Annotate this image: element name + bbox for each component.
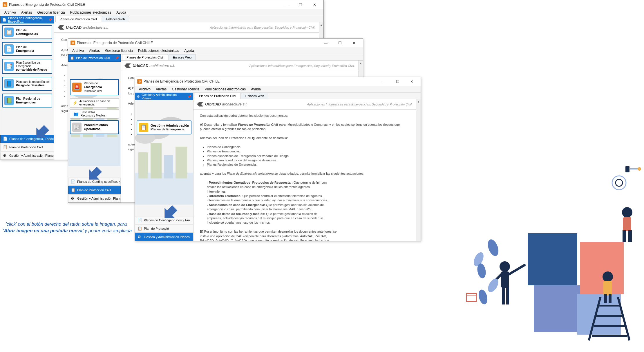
menu-pub[interactable]: Publicaciones electrónicas	[136, 48, 181, 53]
sidebar-header-label: Plan de Protección Civil	[76, 56, 110, 60]
menu-ayuda[interactable]: Ayuda	[249, 87, 263, 92]
tile-basedatos[interactable]: 👥Base datosRecursos y Medios	[70, 109, 119, 118]
svg-rect-36	[466, 293, 476, 302]
sidebar-item-contingencia[interactable]: 📄Planes de Contingenc icos y Em...	[135, 216, 193, 224]
tile-emergencia-pc[interactable]: 🚨 Planes deEmergenciaProtección Civil	[70, 79, 119, 95]
svg-point-12	[603, 271, 613, 282]
sidebar-header[interactable]: 📋 Plan de Protección Civil 📌	[68, 54, 121, 62]
titlebar[interactable]: ⚙ Planes de Emergencia de Protección Civ…	[0, 0, 323, 9]
item-icon: 📄	[3, 136, 8, 141]
sidebar-item-proteccion[interactable]: 📋Plan de Protecció	[135, 225, 193, 233]
menu-archivo[interactable]: Archivo	[137, 87, 153, 92]
item-icon: 📋	[138, 226, 142, 231]
item-icon: 📄	[138, 218, 142, 222]
titlebar[interactable]: ⚙ Planes de Emergencia de Protección Civ…	[135, 77, 421, 86]
max-button[interactable]: ☐	[391, 77, 404, 85]
svg-point-32	[616, 179, 623, 186]
sidebar-item-label: Plan de Protección Civil	[77, 188, 111, 192]
svg-point-26	[486, 238, 501, 257]
menu-licencia[interactable]: Gestionar licencia	[169, 87, 202, 92]
tile-gestion[interactable]: 📋 Gestión y AdministraciónPlanes de Emer…	[137, 121, 191, 134]
svg-point-29	[486, 277, 500, 294]
sidebar-header[interactable]: 📄 Planes de Contingencia, Específic... 📌	[0, 16, 54, 23]
brand-sub: architecture s.l.	[83, 25, 108, 30]
doc-body: Con esta aplicación podrá obtener los si…	[193, 110, 416, 241]
sidebar-item-gestion[interactable]: ⚙Gestión y Administración Planes	[68, 194, 121, 203]
menu-alertas[interactable]: Alertas	[153, 87, 169, 92]
tagline: Aplicaciones Informáticas para Emergenci…	[307, 103, 413, 106]
tile-regional[interactable]: 📗 Plan Regional deEmergencias	[2, 94, 52, 107]
tabs: Planes de Protección Civil Enlaces Web	[54, 16, 323, 22]
tile-reduccion[interactable]: 📘 Plan para la reducción delRiesgo de De…	[2, 77, 52, 91]
min-button[interactable]: —	[280, 1, 293, 9]
svg-rect-21	[501, 271, 509, 288]
tile-contingencias[interactable]: 📋 Plan deContingencias	[2, 25, 52, 39]
min-button[interactable]: —	[377, 77, 390, 85]
sidebar-item-gestion[interactable]: ⚙Gestión y Administración Planes	[135, 233, 193, 241]
titlebar[interactable]: ⚙ Planes de Emergencia de Protección Civ…	[68, 39, 363, 47]
tile-procedimientos[interactable]: 📰 ProcedimientosOperativos	[70, 120, 119, 134]
tab-planes[interactable]: Planes de Protección Civil	[122, 54, 168, 60]
content-pane: Planes de Protección Civil Enlaces Web U…	[193, 93, 421, 241]
tab-planes[interactable]: Planes de Protección Civil	[195, 93, 240, 99]
sidebar-item-proteccion[interactable]: 📋Plan de Protección Civil	[0, 143, 54, 151]
close-button[interactable]: ✕	[405, 77, 418, 85]
tile-actuaciones[interactable]: ⚡Actuaciones en caso de emergencia	[70, 98, 119, 107]
tab-enlaces[interactable]: Enlaces Web	[241, 93, 269, 99]
tile-especifico[interactable]: 📑 Plan Específico de Emergenciapor varia…	[2, 59, 52, 74]
pin-icon[interactable]: 📌	[188, 95, 191, 98]
max-button[interactable]: ☐	[294, 1, 307, 9]
sidebar-header[interactable]: ⚙ Gestión y Administración Planes 📌	[135, 93, 193, 100]
brand-name: UrbiCAD	[66, 25, 82, 30]
menu-ayuda[interactable]: Ayuda	[182, 48, 196, 53]
brand-bar: UrbiCAD architecture s.l. Aplicaciones I…	[121, 61, 358, 71]
sidebar-item-label: Planes de Contingencia, Específicos y Em…	[9, 137, 54, 141]
tile-emergencia[interactable]: 📄 Plan deEmergencia	[2, 42, 52, 56]
brand-bar: UrbiCAD architecture s.l. Aplicaciones I…	[193, 99, 416, 110]
svg-rect-25	[506, 287, 509, 304]
menu-pub[interactable]: Publicaciones electrónicas	[68, 10, 113, 15]
svg-point-31	[612, 176, 626, 190]
scrollbar[interactable]: ▲	[416, 99, 421, 241]
doc-icon: 📗	[4, 96, 14, 105]
tab-enlaces[interactable]: Enlaces Web	[102, 16, 129, 22]
doc-icon: 📄	[4, 44, 14, 54]
menubar: Archivo Alertas Gestionar licencia Publi…	[135, 86, 421, 93]
menu-licencia[interactable]: Gestionar licencia	[35, 10, 67, 15]
sidebar-item-contingencia[interactable]: 📄Planes de Contingencia, Específicos y E…	[0, 135, 54, 143]
menu-alertas[interactable]: Alertas	[87, 48, 102, 53]
tab-enlaces[interactable]: Enlaces Web	[169, 54, 196, 60]
bullet-item: Planes específicos de Emergencia por var…	[207, 154, 410, 158]
window-title: Planes de Emergencia de Protección Civil…	[77, 41, 153, 45]
doc-icon: 📑	[4, 62, 14, 71]
sidebar-item-label: Planes de Conting specíficos y Em...	[77, 180, 121, 183]
pin-icon[interactable]: 📌	[115, 56, 119, 60]
brand-arrow-icon	[197, 102, 203, 107]
app-window-3: ⚙ Planes de Emergencia de Protección Civ…	[135, 77, 421, 241]
svg-rect-47	[151, 143, 162, 178]
app-icon: ⚙	[70, 41, 75, 45]
menu-archivo[interactable]: Archivo	[2, 10, 18, 15]
svg-rect-18	[623, 230, 626, 242]
item-icon: ⚙	[138, 235, 142, 239]
max-button[interactable]: ☐	[333, 39, 346, 47]
min-button[interactable]: —	[319, 39, 332, 47]
svg-point-27	[472, 251, 485, 268]
menu-archivo[interactable]: Archivo	[70, 48, 86, 53]
item-icon: ⚙	[71, 196, 75, 201]
close-button[interactable]: ✕	[348, 39, 361, 47]
pin-icon[interactable]: 📌	[48, 18, 52, 21]
close-button[interactable]: ✕	[308, 1, 321, 9]
sidebar: 📄 Planes de Contingencia, Específic... 📌…	[0, 16, 54, 160]
sidebar-header-icon: ⚙	[137, 95, 140, 99]
sidebar-item-gestion[interactable]: ⚙Gestión y Administración Planes	[0, 152, 54, 160]
menu-pub[interactable]: Publicaciones electrónicas	[202, 87, 248, 92]
svg-rect-33	[625, 166, 629, 172]
sidebar-item-label: Gestión y Administración Planes	[9, 154, 54, 157]
menu-alertas[interactable]: Alertas	[19, 10, 34, 15]
brand-bar: UrbiCAD architecture s.l. Aplicaciones I…	[54, 22, 319, 33]
menu-ayuda[interactable]: Ayuda	[114, 10, 129, 15]
menu-licencia[interactable]: Gestionar licencia	[103, 48, 135, 53]
sidebar-item-proteccion[interactable]: 📋Plan de Protección Civil	[68, 186, 121, 194]
tab-planes[interactable]: Planes de Protección Civil	[55, 16, 101, 22]
